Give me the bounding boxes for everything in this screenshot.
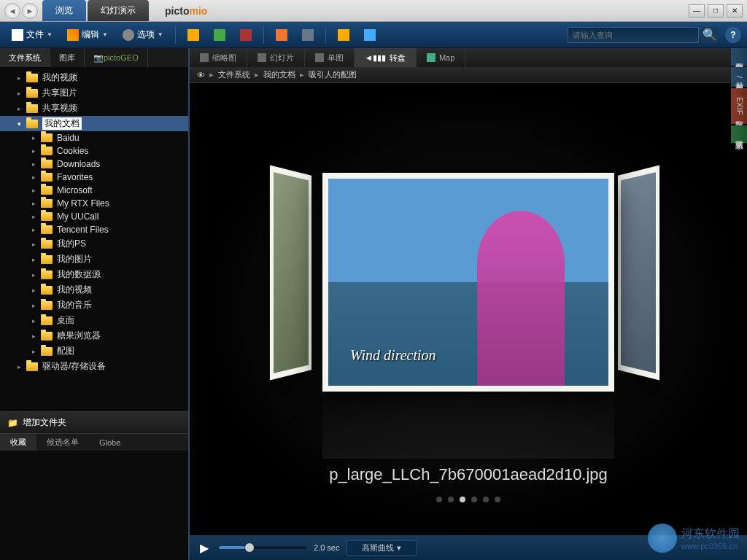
maximize-button[interactable]: □ [708,4,724,18]
tree-item[interactable]: ▸Cookies [0,144,188,158]
title-tab-slideshow[interactable]: 幻灯演示 [88,0,149,21]
tree-item-label: 我的PS [57,238,86,250]
sidebar-tab-gallery[interactable]: 图库 [50,48,85,67]
tree-item[interactable]: ▸我的视频 [0,282,188,298]
carousel-viewer[interactable]: Wind direction p_large_LLCh_7b670001aead… [190,83,747,535]
print-button[interactable] [296,26,320,44]
tree-arrow-icon[interactable]: ▸ [32,287,41,294]
tree-item-label: Favorites [57,172,93,182]
tree-item[interactable]: ▸Favorites [0,171,188,184]
tree-arrow-icon[interactable]: ▸ [18,363,26,370]
tree-item[interactable]: ▸我的音乐 [0,298,188,313]
tree-item[interactable]: ▸My RTX Files [0,197,188,210]
sidebar-tab-pictogeo[interactable]: 📷 pictoGEO [85,48,148,67]
tree-item[interactable]: ▸我的数据源 [0,267,188,282]
download-button[interactable] [358,26,382,44]
tree-arrow-icon[interactable]: ▸ [32,160,41,168]
tree-arrow-icon[interactable]: ▸ [32,348,41,355]
tree-item[interactable]: ▸我的PS [0,236,188,252]
play-button[interactable]: ▶ [197,540,212,555]
add-folder-button[interactable]: 📁增加文件夹 [0,411,188,433]
folder-tree: ▸我的视频▸共享图片▸共享视频▾我的文档▸Baidu▸Cookies▸Downl… [0,67,188,411]
bottom-tab-favorites[interactable]: 收藏 [0,434,36,451]
folder-icon [41,173,53,182]
bottom-tab-globe[interactable]: Globe [89,434,131,451]
close-button[interactable]: ✕ [727,4,743,18]
tree-arrow-icon[interactable]: ▾ [18,120,26,128]
carousel-dots[interactable] [436,497,500,502]
pencil-icon [67,29,79,41]
tree-arrow-icon[interactable]: ▸ [32,134,41,141]
right-tab-index[interactable]: 索引状态 [731,125,747,143]
tree-arrow-icon[interactable]: ▸ [32,226,41,233]
tree-item[interactable]: ▸我的视频 [0,70,188,85]
view-tab-single[interactable]: 单图 [305,48,355,67]
tree-arrow-icon[interactable]: ▸ [32,213,41,220]
tree-item-label: Tencent Files [57,225,109,235]
tree-item[interactable]: ▸Microsoft [0,184,188,197]
nav-back-button[interactable]: ◄ [4,3,20,19]
tree-item[interactable]: ▸驱动器/存储设备 [0,359,188,374]
tree-item[interactable]: ▸糖果浏览器 [0,328,188,343]
right-tab-imageinfo[interactable]: 图像信息 [731,48,747,66]
image-button[interactable] [270,26,293,44]
export-button[interactable] [182,26,205,44]
refresh-button[interactable] [208,26,231,44]
tree-item-label: My RTX Files [57,198,109,209]
tree-item[interactable]: ▸Tencent Files [0,223,188,236]
tree-arrow-icon[interactable]: ▸ [18,105,26,112]
tree-arrow-icon[interactable]: ▸ [32,256,41,263]
tree-item[interactable]: ▸桌面 [0,313,188,328]
right-tab-album[interactable]: 相册/分类 [731,67,747,87]
help-button[interactable]: ? [725,27,741,43]
view-tab-thumbnail[interactable]: 缩略图 [190,48,247,67]
tree-item[interactable]: ▸共享图片 [0,85,188,101]
breadcrumb[interactable]: 👁 ▸文件系统 ▸我的文档 ▸吸引人的配图 [190,67,747,83]
minimize-button[interactable]: — [689,4,705,18]
tree-item[interactable]: ▸Downloads [0,158,188,171]
tree-item-label: 共享视频 [42,102,77,114]
tree-arrow-icon[interactable]: ▸ [32,317,41,324]
tree-arrow-icon[interactable]: ▸ [18,90,26,97]
speed-slider[interactable] [219,546,306,549]
tree-item[interactable]: ▸Baidu [0,131,188,144]
options-menu-button[interactable]: 选项▼ [117,26,169,44]
stop-button[interactable] [234,26,258,44]
folder-icon [41,225,53,234]
tree-arrow-icon[interactable]: ▸ [32,147,41,155]
tree-arrow-icon[interactable]: ▸ [32,200,41,207]
view-tab-map[interactable]: Map [417,48,465,67]
effect-selector[interactable]: 高斯曲线 ▾ [347,540,416,556]
tree-arrow-icon[interactable]: ▸ [32,271,41,279]
tree-arrow-icon[interactable]: ▸ [32,187,41,194]
file-menu-button[interactable]: 文件▼ [6,26,58,44]
tree-item[interactable]: ▾我的文档 [0,116,188,131]
time-label: 2.0 sec [314,543,339,552]
edit-menu-button[interactable]: 编辑▼ [61,26,114,44]
tree-arrow-icon[interactable]: ▸ [32,302,41,309]
watermark-logo-icon [648,524,677,553]
view-tab-carousel[interactable]: ◄▮▮▮转盘 [355,48,417,67]
tree-item[interactable]: ▸共享视频 [0,101,188,116]
search-input[interactable] [568,27,699,43]
tree-item[interactable]: ▸我的图片 [0,252,188,267]
nav-forward-button[interactable]: ► [22,3,38,19]
tree-item[interactable]: ▸配图 [0,343,188,359]
search-button[interactable]: 🔍 [702,27,718,43]
upload-button[interactable] [332,26,355,44]
sidebar-tab-filesystem[interactable]: 文件系统 [0,48,50,67]
carousel-image-current[interactable]: Wind direction [322,173,614,392]
tree-arrow-icon[interactable]: ▸ [18,74,26,82]
tree-arrow-icon[interactable]: ▸ [32,332,41,340]
tree-arrow-icon[interactable]: ▸ [32,241,41,248]
folder-icon [26,104,38,113]
right-tab-exif[interactable]: EXIF数据 [731,88,747,123]
tree-arrow-icon[interactable]: ▸ [32,174,41,181]
bottom-tab-candidates[interactable]: 候选名单 [36,434,89,451]
tree-item[interactable]: ▸My UUCall [0,210,188,223]
add-folder-icon: 📁 [7,418,18,428]
view-tab-slideshow[interactable]: 幻灯片 [247,48,305,67]
title-tab-browse[interactable]: 浏览 [42,0,86,21]
carousel-image-next[interactable] [618,165,660,380]
carousel-image-prev[interactable] [270,165,312,380]
